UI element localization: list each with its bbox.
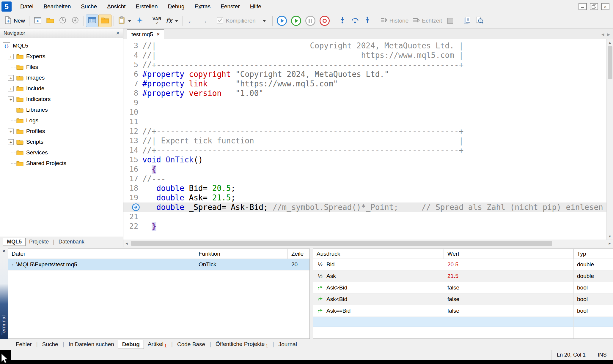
pause-debug-button[interactable] (303, 15, 317, 27)
watch-new-expression-row[interactable] (313, 317, 613, 327)
code-line-13[interactable]: 13//| Expert tick function | (123, 136, 606, 145)
stop-debug-button[interactable] (317, 15, 332, 27)
menu-item-ansicht[interactable]: Ansicht (102, 0, 131, 13)
navigator-root-mql5[interactable]: { } MQL5 (0, 40, 123, 51)
close-window-button[interactable]: × (601, 3, 609, 10)
code-line-17[interactable]: 17//--- (123, 174, 606, 183)
toolbox-tab-suche[interactable]: Suche (38, 340, 62, 349)
callstack-header-datei[interactable]: Datei (8, 249, 195, 259)
scroll-up-icon[interactable]: ▲ (607, 39, 613, 46)
navigator-item-files[interactable]: Files (0, 62, 123, 72)
watch-row-bid[interactable]: ½Bid20.5double (313, 259, 613, 270)
history-debug-button[interactable]: Historie (378, 15, 411, 27)
tab-scroll-left-icon[interactable]: ◂ (601, 31, 604, 38)
navigator-item-include[interactable]: +Include (0, 83, 123, 94)
step-over-button[interactable] (349, 15, 361, 27)
continue-debug-button[interactable] (275, 15, 289, 27)
toolbox-tab-journal[interactable]: Journal (275, 340, 301, 349)
step-into-button[interactable] (336, 15, 349, 27)
insert-variable-button[interactable]: VAR↙ (150, 15, 164, 27)
callstack-header-zeile[interactable]: Zeile (288, 249, 309, 259)
menu-item-extras[interactable]: Extras (189, 0, 216, 13)
scroll-down-icon[interactable]: ▼ (607, 233, 613, 240)
realtime-debug-button[interactable]: Echtzeit (411, 15, 444, 27)
watch-row-ask-bid[interactable]: Ask<Bidfalsebool (313, 294, 613, 305)
search-code-button[interactable] (474, 15, 486, 27)
editor-tab-test-mq5[interactable]: test.mq5 × (127, 29, 164, 39)
navigator-item-profiles[interactable]: +Profiles (0, 126, 123, 137)
expand-icon[interactable]: + (8, 139, 14, 145)
code-line-6[interactable]: 6#property copyright "Copyright 2024, Me… (123, 69, 606, 79)
compile-options-button[interactable] (258, 15, 270, 27)
navigator-item-images[interactable]: +Images (0, 72, 123, 83)
menu-item-bearbeiten[interactable]: Bearbeiten (38, 0, 76, 13)
toolbox-tab-artikel[interactable]: Artikel1 (144, 340, 171, 349)
editor-vertical-scrollbar[interactable]: ▲ ▼ (606, 39, 613, 240)
new-file-button[interactable]: New (2, 15, 27, 27)
navigator-item-libraries[interactable]: Libraries (0, 105, 123, 115)
toolbox-tab-fehler[interactable]: Fehler (12, 340, 36, 349)
styler-button[interactable] (133, 15, 146, 27)
navigator-close-button[interactable]: × (116, 30, 120, 37)
navigator-item-scripts[interactable]: +Scripts (0, 137, 123, 147)
code-line-15[interactable]: 15void OnTick() (123, 155, 606, 164)
expand-icon[interactable]: + (8, 75, 14, 81)
navigator-item-shared-projects[interactable]: Shared Projects (0, 158, 123, 169)
toolbox-tab-ffentliche-projekte[interactable]: Öffentliche Projekte1 (212, 340, 272, 349)
menu-item-debug[interactable]: Debug (163, 0, 189, 13)
menu-item-suche[interactable]: Suche (76, 0, 102, 13)
horizontal-scroll-thumb[interactable] (131, 241, 552, 246)
code-line-11[interactable]: 11 (123, 117, 606, 126)
tab-scroll-right-icon[interactable]: ▸ (607, 31, 610, 38)
codebase-button[interactable] (461, 15, 474, 27)
scroll-right-icon[interactable]: ► (606, 240, 613, 247)
code-line-20[interactable]: double _Spread= Ask-Bid; //m_symbol.Spre… (123, 202, 606, 212)
expand-icon[interactable]: + (8, 96, 14, 102)
recent-files-button[interactable] (56, 15, 69, 27)
navigator-tab-projekte[interactable]: Projekte (26, 238, 52, 246)
menu-item-erstellen[interactable]: Erstellen (131, 0, 163, 13)
toolbox-tab-debug[interactable]: Debug (118, 340, 144, 349)
code-line-22[interactable]: 22 } (123, 221, 606, 231)
watch-header-wert[interactable]: Wert (444, 249, 573, 259)
code-line-14[interactable]: 14//+-----------------------------------… (123, 145, 606, 155)
toolbox-tab-in-dateien-suchen[interactable]: In Dateien suchen (65, 340, 118, 349)
callstack-header-funktion[interactable]: Funktion (195, 249, 288, 259)
watch-header-ausdruck[interactable]: Ausdruck (313, 249, 444, 259)
code-line-5[interactable]: 5//+------------------------------------… (123, 60, 606, 69)
snippets-button[interactable] (116, 15, 133, 27)
toolbox-close-button[interactable]: × (2, 248, 6, 254)
navigator-item-experts[interactable]: +Experts (0, 51, 123, 62)
code-line-10[interactable]: 10 (123, 107, 606, 117)
minimize-button[interactable] (579, 3, 587, 10)
watch-row-ask-bid[interactable]: Ask==Bidfalsebool (313, 305, 613, 317)
expand-icon[interactable]: + (8, 86, 14, 91)
navigator-item-indicators[interactable]: +Indicators (0, 94, 123, 105)
vertical-scroll-thumb[interactable] (608, 46, 612, 79)
start-debug-button[interactable] (289, 15, 303, 27)
watch-row-ask[interactable]: ½Ask21.5double (313, 270, 613, 282)
forward-button[interactable]: → (197, 15, 210, 27)
menu-item-hilfe[interactable]: Hilfe (245, 0, 266, 13)
code-line-3[interactable]: 3//| Copyright 2024, MetaQuotes Ltd. | (123, 41, 606, 50)
code-line-21[interactable]: 21 (123, 212, 606, 221)
download-updates-button[interactable] (69, 15, 81, 27)
profiler-button[interactable] (444, 15, 457, 27)
navigator-item-services[interactable]: Services (0, 147, 123, 158)
compile-button[interactable]: Kompilieren (214, 15, 257, 27)
open-file-button[interactable] (44, 15, 56, 27)
code-line-12[interactable]: 12//+-----------------------------------… (123, 126, 606, 136)
code-line-19[interactable]: 19 double Ask= 21.5; (123, 193, 606, 202)
watch-header-typ[interactable]: Typ (573, 249, 613, 259)
callstack-row[interactable]: ●\MQL5\Experts\test.mq5OnTick20 (8, 259, 309, 270)
toggle-toolbox-button[interactable] (98, 15, 111, 27)
watch-row-ask-bid[interactable]: Ask>Bidfalsebool (313, 282, 613, 294)
toggle-navigator-button[interactable] (86, 15, 98, 27)
editor-horizontal-scrollbar[interactable]: ◄ ► (123, 240, 613, 247)
expand-icon[interactable]: + (8, 54, 14, 59)
code-line-7[interactable]: 7#property link "https://www.mql5.com" (123, 79, 606, 88)
menu-item-datei[interactable]: Datei (15, 0, 38, 13)
code-line-18[interactable]: 18 double Bid= 20.5; (123, 183, 606, 193)
code-line-16[interactable]: 16 { (123, 164, 606, 174)
tab-close-icon[interactable]: × (157, 31, 160, 37)
